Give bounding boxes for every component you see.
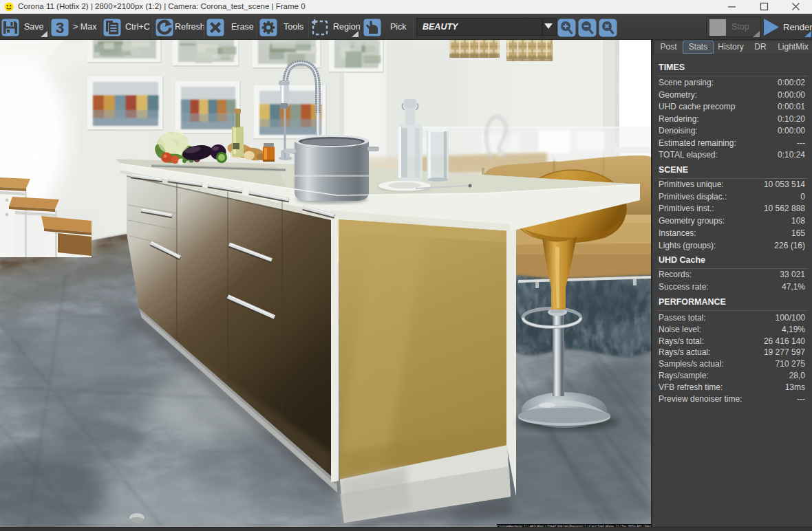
svg-text:3: 3	[56, 19, 64, 36]
